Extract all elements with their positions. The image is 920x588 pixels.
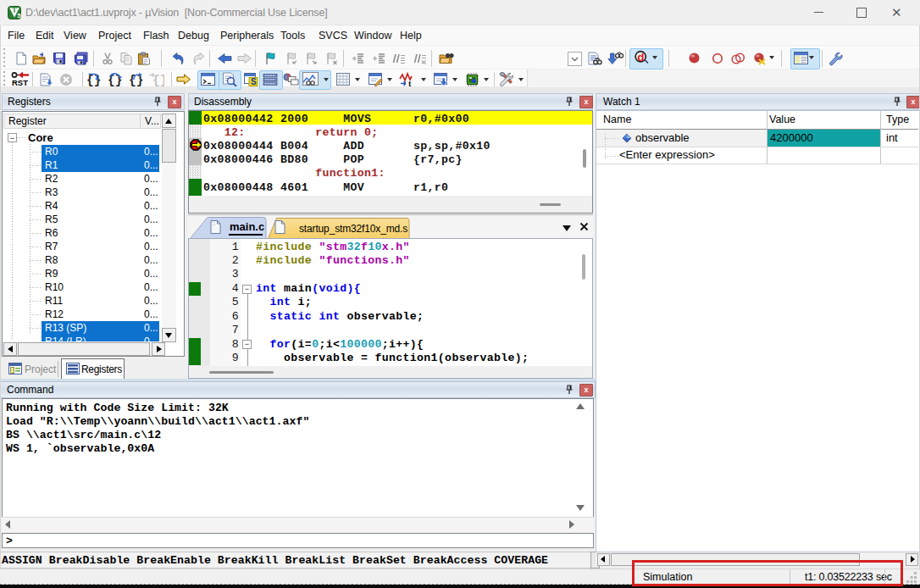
svg-text:t: t bbox=[408, 79, 412, 86]
svg-text:RST: RST bbox=[12, 78, 28, 87]
svg-text:d: d bbox=[637, 51, 644, 64]
svg-text:S: S bbox=[251, 77, 257, 86]
svg-text:{}: {} bbox=[86, 74, 101, 86]
svg-text:5: 5 bbox=[18, 12, 21, 19]
